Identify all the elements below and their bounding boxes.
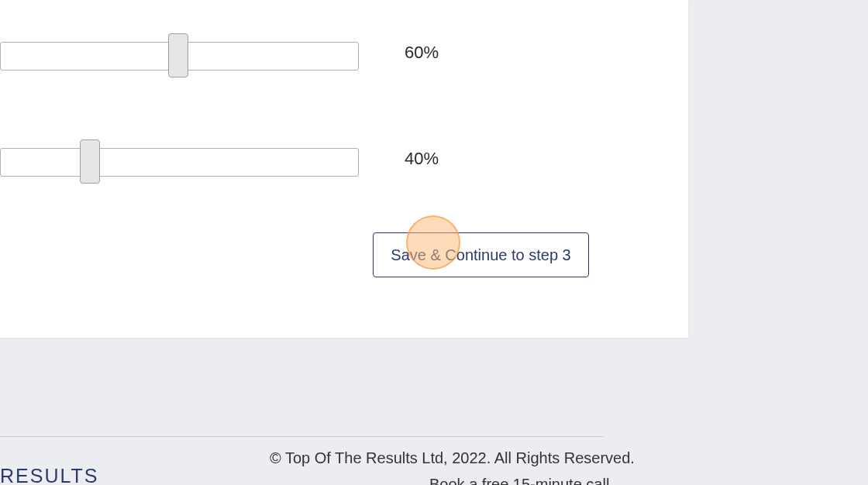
slider-thumb-1[interactable] [168, 33, 188, 77]
content-card: 60% 40% Save & Continue to step 3 [0, 0, 688, 338]
footer-copyright: © Top Of The Results Ltd, 2022. All Righ… [270, 449, 635, 467]
slider-value-1: 60% [405, 43, 439, 63]
footer-divider [0, 436, 604, 437]
save-continue-button[interactable]: Save & Continue to step 3 [373, 232, 589, 277]
slider-value-2: 40% [405, 149, 439, 169]
slider-thumb-2[interactable] [80, 139, 100, 184]
results-logo: RESULTS [0, 465, 98, 485]
slider-track-2[interactable] [0, 148, 359, 177]
save-continue-label: Save & Continue to step 3 [391, 246, 570, 264]
footer-cta-link[interactable]: Book a free 15-minute call [429, 476, 609, 485]
